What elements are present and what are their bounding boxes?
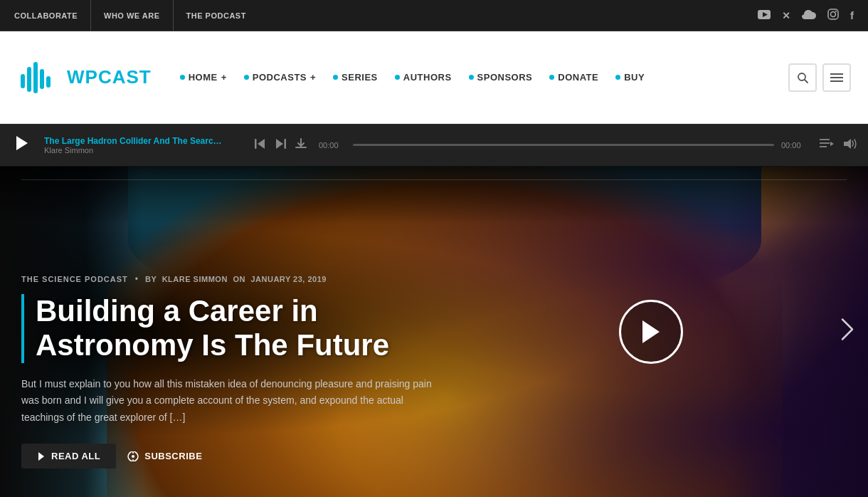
hero-excerpt: But I must explain to you how all this m… <box>21 376 434 427</box>
player-time-total: 00:00 <box>781 141 808 150</box>
nav-authors[interactable]: AUTHORS <box>388 68 459 87</box>
hero-section: THE SCIENCE PODCAST • BY KLARE SIMMON ON… <box>0 167 868 497</box>
svg-point-26 <box>132 455 134 458</box>
nav-home[interactable]: HOME + <box>173 68 234 87</box>
player-volume-button[interactable] <box>842 137 857 153</box>
youtube-icon[interactable] <box>758 9 771 22</box>
svg-rect-8 <box>40 69 44 89</box>
nav-dot <box>549 75 554 80</box>
read-all-button[interactable]: READ ALL <box>21 444 116 469</box>
player-time-current: 00:00 <box>319 141 346 150</box>
top-nav: COLLABORATE WHO WE ARE THE PODCAST <box>14 0 259 31</box>
svg-line-11 <box>805 80 808 83</box>
hero-title: Building a Career in Astronomy Is The Fu… <box>36 294 477 363</box>
menu-button[interactable] <box>822 63 851 92</box>
social-links: ✕ f <box>758 9 854 23</box>
soundcloud-icon[interactable] <box>802 9 816 22</box>
nav-dot <box>615 75 620 80</box>
twitter-x-icon[interactable]: ✕ <box>782 10 790 21</box>
hero-title-container: Building a Career in Astronomy Is The Fu… <box>21 294 477 363</box>
subscribe-button[interactable]: SUBSCRIBE <box>127 451 202 461</box>
cave-top <box>0 167 868 224</box>
svg-point-3 <box>831 11 836 16</box>
nav-dot <box>333 75 338 80</box>
svg-marker-15 <box>16 136 28 150</box>
nav-sponsors[interactable]: SPONSORS <box>462 68 540 87</box>
nav-dot <box>244 75 249 80</box>
header-actions <box>788 63 851 92</box>
svg-marker-25 <box>38 452 44 461</box>
svg-marker-17 <box>258 139 265 149</box>
svg-marker-23 <box>830 142 834 146</box>
player-prev-button[interactable] <box>255 138 266 152</box>
player-next-button[interactable] <box>275 138 286 152</box>
player-play-button[interactable] <box>11 135 33 155</box>
player-download-button[interactable] <box>295 137 307 153</box>
search-button[interactable] <box>788 63 817 92</box>
site-header: WPCAST HOME + PODCASTS + SERIES AUTHORS … <box>0 31 868 124</box>
nav-buy[interactable]: BUY <box>608 68 652 87</box>
svg-marker-24 <box>844 139 851 149</box>
nav-dot <box>469 75 474 80</box>
nav-dot <box>395 75 400 80</box>
svg-rect-5 <box>21 74 25 88</box>
hero-next-slide-button[interactable] <box>841 318 854 346</box>
svg-point-4 <box>835 11 837 12</box>
main-navigation: HOME + PODCASTS + SERIES AUTHORS SPONSOR… <box>173 68 788 87</box>
top-nav-collaborate[interactable]: COLLABORATE <box>14 0 91 31</box>
site-logo[interactable]: WPCAST <box>17 56 152 99</box>
svg-rect-18 <box>285 139 287 149</box>
svg-rect-9 <box>46 76 51 88</box>
nav-series[interactable]: SERIES <box>326 68 385 87</box>
track-info: The Large Hadron Collider And The Searc…… <box>44 136 243 155</box>
svg-marker-29 <box>642 320 660 343</box>
track-title: The Large Hadron Collider And The Searc… <box>44 136 243 146</box>
hero-play-button[interactable] <box>619 300 683 364</box>
svg-rect-16 <box>255 139 257 149</box>
instagram-icon[interactable] <box>827 9 839 23</box>
hero-divider <box>21 179 847 180</box>
nav-podcasts[interactable]: PODCASTS + <box>237 68 323 87</box>
player-progress: 00:00 00:00 <box>319 141 808 150</box>
hero-meta: THE SCIENCE PODCAST • BY KLARE SIMMON ON… <box>21 274 477 284</box>
meta-separator: • <box>135 274 138 284</box>
svg-rect-6 <box>27 67 31 92</box>
top-nav-the-podcast[interactable]: THE PODCAST <box>174 0 259 31</box>
audio-player: The Large Hadron Collider And The Searc…… <box>0 124 868 167</box>
hero-content: THE SCIENCE PODCAST • BY KLARE SIMMON ON… <box>0 253 498 497</box>
logo-text: WPCAST <box>67 66 152 88</box>
svg-rect-7 <box>33 62 38 93</box>
svg-marker-19 <box>276 139 283 149</box>
meta-author: BY KLARE SIMMON ON JANUARY 23, 2019 <box>145 275 327 283</box>
nav-dot <box>180 75 185 80</box>
hero-cta-buttons: READ ALL SUBSCRIBE <box>21 444 477 469</box>
facebook-icon[interactable]: f <box>850 9 854 21</box>
progress-bar[interactable] <box>353 144 774 146</box>
top-bar: COLLABORATE WHO WE ARE THE PODCAST ✕ f <box>0 0 868 31</box>
nav-donate[interactable]: DONATE <box>542 68 605 87</box>
player-playlist-button[interactable] <box>820 138 834 152</box>
player-controls <box>255 137 307 153</box>
svg-rect-2 <box>828 9 838 19</box>
podcast-label: THE SCIENCE PODCAST <box>21 275 128 283</box>
track-artist: Klare Simmon <box>44 146 243 155</box>
player-extras <box>820 137 857 153</box>
top-nav-who-we-are[interactable]: WHO WE ARE <box>91 0 174 31</box>
